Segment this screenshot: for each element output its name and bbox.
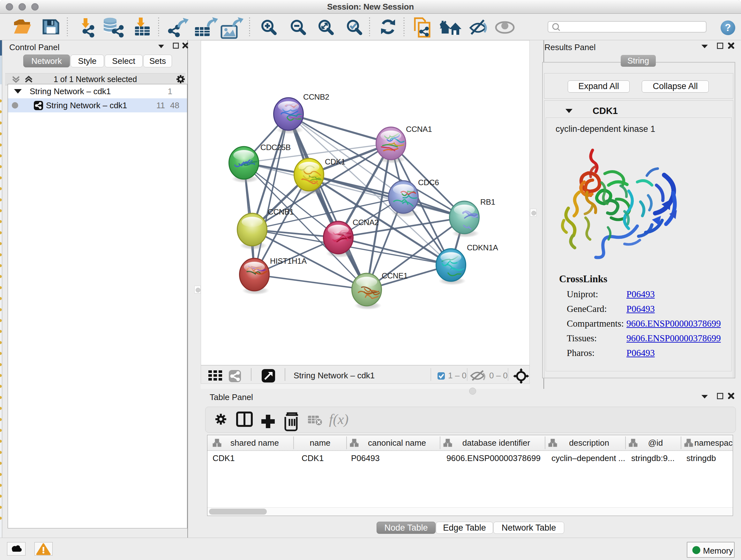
svg-text:CDKN1A: CDKN1A — [467, 243, 498, 252]
svg-text:description: description — [569, 438, 609, 448]
svg-text:1 – 0: 1 – 0 — [448, 371, 467, 380]
svg-text:shared name: shared name — [230, 438, 279, 448]
svg-text:CDC25B: CDC25B — [260, 143, 291, 152]
svg-text:CCNB1: CCNB1 — [268, 207, 294, 216]
svg-text:CCNA1: CCNA1 — [406, 125, 432, 133]
svg-text:CDC6: CDC6 — [418, 178, 439, 187]
svg-text:name: name — [310, 438, 330, 448]
svg-text:database identifier: database identifier — [462, 438, 530, 448]
svg-text:f(x): f(x) — [329, 412, 348, 427]
svg-text:@id: @id — [648, 438, 663, 448]
svg-text:String Network – cdk1: String Network – cdk1 — [293, 371, 375, 380]
svg-text:namespace: namespace — [694, 438, 733, 448]
svg-text:CCNB2: CCNB2 — [303, 92, 329, 101]
svg-text:RB1: RB1 — [480, 198, 495, 206]
svg-text:CCNA2: CCNA2 — [353, 218, 379, 227]
svg-text:canonical name: canonical name — [368, 438, 426, 448]
svg-text:CDK1: CDK1 — [325, 158, 345, 166]
svg-text:CCNE1: CCNE1 — [382, 271, 408, 280]
svg-text:0 – 0: 0 – 0 — [489, 371, 508, 380]
svg-text:HIST1H1A: HIST1H1A — [270, 257, 307, 265]
